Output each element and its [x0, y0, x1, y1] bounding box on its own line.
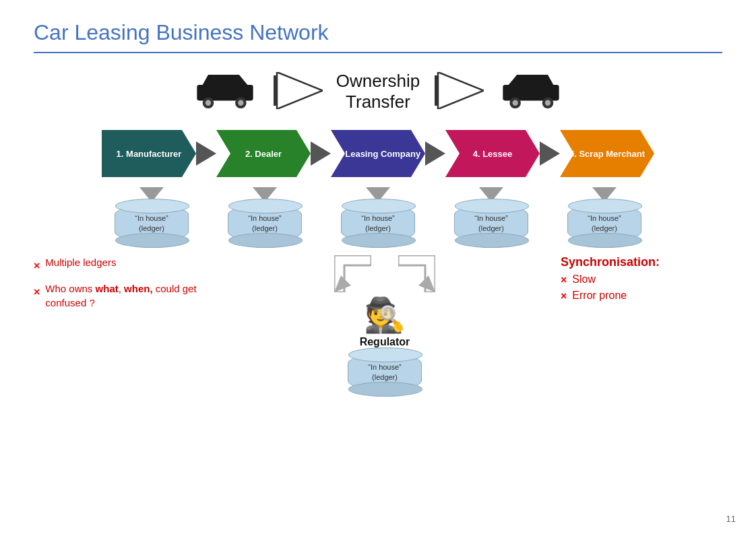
- right-sync: Synchronisation: × Slow × Error prone: [561, 255, 722, 305]
- node-leasing-wrapper: 3. Leasing Company: [331, 130, 425, 177]
- arrow-4: [540, 141, 560, 166]
- ledger-col-2: “In house” (ledger): [321, 187, 435, 242]
- svg-point-4: [238, 100, 243, 106]
- regulator-figure: 🕵️: [364, 296, 406, 335]
- issue-text-1: Who owns what, when, could get confused …: [45, 281, 209, 310]
- slide: Car Leasing Business Network Ownership: [0, 0, 756, 534]
- regulator-arrows: [334, 255, 435, 292]
- ownership-label: Ownership Transfer: [336, 71, 420, 112]
- right-ownership-arrow: [433, 72, 484, 112]
- svg-point-2: [206, 100, 211, 106]
- node-dealer-wrapper: 2. Dealer: [216, 130, 311, 177]
- cylinder-text-0: “In house” (ledger): [135, 213, 168, 233]
- title-divider: [34, 52, 722, 53]
- page-number: 11: [726, 514, 736, 524]
- svg-marker-19: [334, 275, 351, 292]
- sync-text-0: Slow: [572, 273, 596, 286]
- sync-title: Synchronisation:: [561, 255, 722, 269]
- car-left-icon: [191, 67, 259, 116]
- flow-section: 1. Manufacturer 2. Dealer 3. Leasing Com…: [34, 130, 722, 177]
- sync-x-1: ×: [561, 290, 567, 302]
- ledger-col-3: “In house” (ledger): [435, 187, 548, 242]
- svg-marker-15: [311, 141, 331, 166]
- node-scrap-wrapper: 5. Scrap Merchant: [560, 130, 654, 177]
- ledger-col-1: “In house” (ledger): [208, 187, 321, 242]
- cylinder-2: “In house” (ledger): [341, 205, 415, 242]
- node-manufacturer: 1. Manufacturer: [102, 130, 196, 177]
- issue-item-0: × Multiple ledgers: [34, 255, 209, 276]
- x-mark-1: ×: [34, 283, 40, 302]
- node-leasing: 3. Leasing Company: [331, 130, 425, 177]
- ledger-col-0: “In house” (ledger): [95, 187, 208, 242]
- svg-marker-8: [438, 72, 484, 109]
- cylinder-4: “In house” (ledger): [567, 205, 641, 242]
- ledger-section: “In house” (ledger) “In house” (ledger) …: [34, 187, 722, 242]
- top-section: Ownership Transfer: [34, 67, 722, 116]
- arrow-3: [425, 141, 445, 166]
- sync-text-1: Error prone: [572, 290, 627, 302]
- regulator-cylinder-text: “In house” (ledger): [368, 362, 402, 382]
- cylinder-0: “In house” (ledger): [115, 205, 189, 242]
- cylinder-3: “In house” (ledger): [454, 205, 528, 242]
- left-issues: × Multiple ledgers × Who owns what, when…: [34, 255, 209, 315]
- diag-arrow-left: [334, 255, 371, 292]
- x-mark-0: ×: [34, 257, 40, 276]
- svg-marker-16: [425, 141, 445, 166]
- cylinder-text-2: “In house” (ledger): [361, 213, 395, 233]
- node-dealer: 2. Dealer: [216, 130, 311, 177]
- regulator-label: Regulator: [360, 336, 410, 348]
- node-lessee: 4. Lessee: [445, 130, 540, 177]
- node-scrap: 5. Scrap Merchant: [560, 130, 654, 177]
- sync-x-0: ×: [561, 274, 567, 286]
- svg-marker-6: [277, 72, 323, 109]
- issue-item-1: × Who owns what, when, could get confuse…: [34, 281, 209, 310]
- diag-arrow-right: [398, 255, 435, 292]
- car-right-icon: [497, 67, 565, 116]
- issue-text-0: Multiple ledgers: [45, 255, 116, 269]
- slide-title: Car Leasing Business Network: [34, 20, 722, 45]
- svg-marker-17: [540, 141, 560, 166]
- regulator-cylinder: “In house” (ledger): [348, 354, 422, 391]
- ledger-col-4: “In house” (ledger): [548, 187, 661, 242]
- sync-item-0: × Slow: [561, 273, 722, 286]
- svg-marker-14: [196, 141, 216, 166]
- cylinder-1: “In house” (ledger): [228, 205, 302, 242]
- cylinder-text-4: “In house” (ledger): [588, 213, 621, 233]
- arrow-2: [311, 141, 331, 166]
- bottom-section: × Multiple ledgers × Who owns what, when…: [34, 255, 722, 391]
- left-ownership-arrow: [272, 72, 323, 112]
- svg-marker-21: [418, 275, 435, 292]
- node-manufacturer-wrapper: 1. Manufacturer: [102, 130, 196, 177]
- arrow-1: [196, 141, 216, 166]
- cylinder-text-1: “In house” (ledger): [248, 213, 282, 233]
- center-regulator: 🕵️ Regulator “In house” (ledger): [290, 255, 479, 391]
- sync-item-1: × Error prone: [561, 289, 722, 302]
- node-lessee-wrapper: 4. Lessee: [445, 130, 540, 177]
- cylinder-text-3: “In house” (ledger): [474, 213, 508, 233]
